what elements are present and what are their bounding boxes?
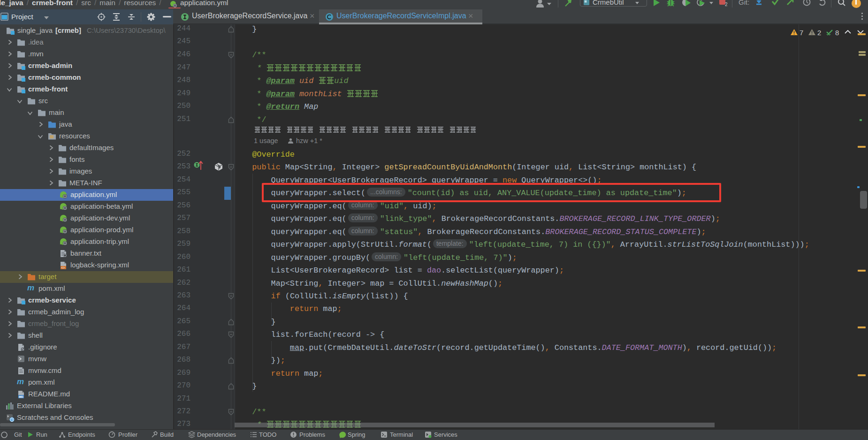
svg-text:<>: <> (61, 266, 65, 269)
svg-text:MD: MD (19, 395, 23, 398)
